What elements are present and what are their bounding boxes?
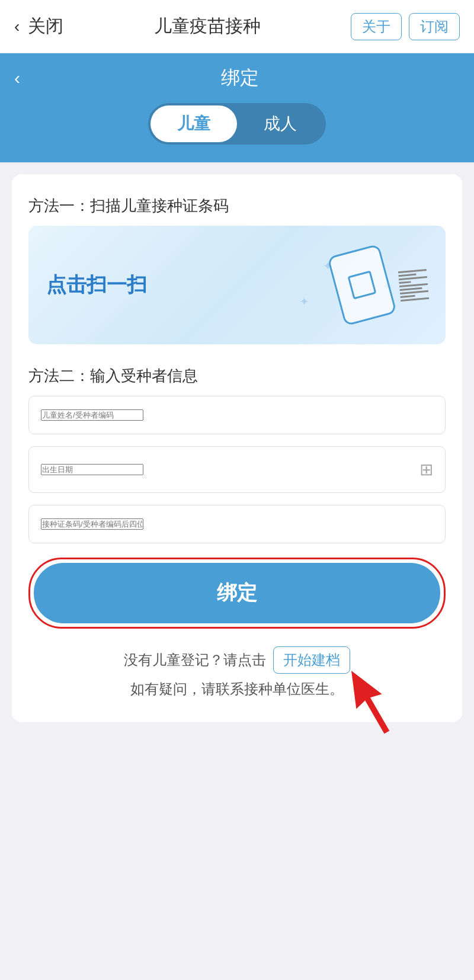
code-field-wrapper[interactable]	[28, 505, 446, 543]
nav-title: 儿童疫苗接种	[154, 14, 261, 39]
method2-label: 方法二：输入受种者信息	[28, 366, 446, 386]
nav-close-label[interactable]: 关闭	[28, 14, 63, 39]
tab-child[interactable]: 儿童	[150, 105, 237, 142]
start-archive-button[interactable]: 开始建档	[273, 646, 350, 674]
header-title: 绑定	[20, 65, 460, 91]
form-section: ⊞	[28, 396, 446, 543]
star-3-icon: ✦	[299, 294, 309, 309]
phone-icon	[327, 244, 397, 326]
bind-button-wrapper: 绑定	[28, 558, 446, 629]
bottom-row-1: 没有儿童登记？请点击 开始建档	[124, 646, 350, 674]
no-register-text: 没有儿童登记？请点击	[124, 651, 266, 670]
nav-back-icon[interactable]: ‹	[14, 17, 20, 36]
bottom-section: 没有儿童登记？请点击 开始建档 如有疑问，请联系接种单位医生。	[28, 646, 446, 699]
code-input[interactable]	[41, 518, 143, 530]
bottom-note: 如有疑问，请联系接种单位医生。	[130, 680, 344, 699]
header-back-icon[interactable]: ‹	[14, 68, 20, 88]
scan-illustration: ✦ ✦ ✦	[335, 249, 428, 321]
birthdate-input[interactable]	[41, 464, 143, 475]
about-button[interactable]: 关于	[351, 13, 402, 40]
nav-right: 关于 订阅	[351, 13, 460, 40]
calendar-icon: ⊞	[419, 460, 433, 479]
tab-switcher: 儿童 成人	[148, 103, 326, 145]
blue-header: ‹ 绑定 儿童 成人	[0, 53, 474, 162]
name-input[interactable]	[41, 409, 143, 421]
method1-label: 方法一：扫描儿童接种证条码	[28, 196, 446, 216]
header-inner: ‹ 绑定	[14, 65, 460, 91]
tab-adult[interactable]: 成人	[237, 105, 324, 142]
subscribe-button[interactable]: 订阅	[409, 13, 460, 40]
nav-left: ‹ 关闭	[14, 14, 63, 39]
name-field-wrapper[interactable]	[28, 396, 446, 434]
birthdate-field-wrapper[interactable]: ⊞	[28, 446, 446, 493]
scan-frame-icon	[348, 271, 377, 300]
top-nav-bar: ‹ 关闭 儿童疫苗接种 关于 订阅	[0, 0, 474, 53]
bind-button[interactable]: 绑定	[34, 563, 440, 623]
bottom-gray-area	[0, 722, 474, 888]
scan-area[interactable]: 点击扫一扫 ✦ ✦ ✦	[28, 226, 446, 344]
barcode-icon	[398, 269, 429, 302]
main-content: 方法一：扫描儿童接种证条码 点击扫一扫 ✦ ✦ ✦	[12, 174, 462, 722]
scan-text: 点击扫一扫	[46, 271, 147, 299]
